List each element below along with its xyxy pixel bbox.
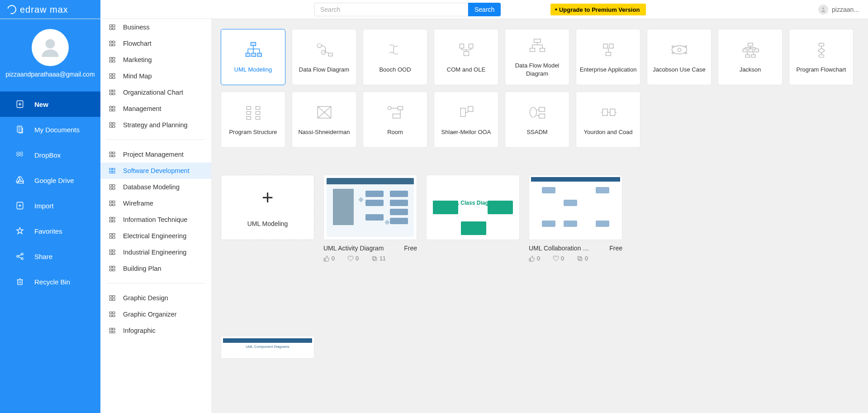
svg-rect-65 bbox=[109, 266, 112, 268]
tile-program-structure[interactable]: Program Structure bbox=[221, 91, 285, 148]
new-template-thumb[interactable]: +UML Modeling bbox=[221, 175, 314, 240]
svg-point-101 bbox=[672, 53, 674, 54]
tile-room[interactable]: Room bbox=[363, 91, 427, 148]
category-strategy-and-planning[interactable]: Strategy and Planning bbox=[100, 117, 211, 133]
template-thumb[interactable] bbox=[529, 175, 622, 240]
nav-label: Recycle Bin bbox=[34, 278, 70, 286]
template-thumb[interactable]: UML Class Diagram bbox=[426, 175, 520, 240]
tile-data-flow-diagram[interactable]: Data Flow Diagram bbox=[292, 29, 356, 85]
tile-data-flow-model-diagram[interactable]: Data Flow Model Diagram bbox=[505, 29, 569, 85]
category-wireframe[interactable]: Wireframe bbox=[100, 195, 211, 211]
tile-jacobson-use-case[interactable]: Jacobson Use Case bbox=[647, 29, 711, 85]
svg-rect-120 bbox=[393, 114, 400, 118]
svg-rect-89 bbox=[469, 44, 473, 48]
main-content: UML ModelingData Flow DiagramBooch OODCO… bbox=[212, 19, 868, 413]
category-electrical-engineering[interactable]: Electrical Engineering bbox=[100, 228, 211, 244]
category-project-management[interactable]: Project Management bbox=[100, 146, 211, 163]
tile-ssadm[interactable]: SSADM bbox=[505, 91, 569, 148]
category-business[interactable]: Business bbox=[100, 19, 211, 35]
svg-rect-24 bbox=[113, 77, 115, 79]
nav-recycle-bin[interactable]: Recycle Bin bbox=[0, 269, 100, 294]
svg-rect-44 bbox=[113, 172, 115, 173]
template-card-partial[interactable]: UML Component Diagrams bbox=[221, 336, 314, 363]
category-icon bbox=[108, 104, 117, 113]
tile-yourdon-and-coad[interactable]: Yourdon and Coad bbox=[576, 91, 640, 148]
svg-rect-35 bbox=[109, 126, 112, 128]
top-bar bbox=[0, 0, 868, 19]
category-label: Project Management bbox=[123, 151, 184, 158]
category-management[interactable]: Management bbox=[100, 101, 211, 117]
category-building-plan[interactable]: Building Plan bbox=[100, 260, 211, 277]
svg-rect-103 bbox=[748, 43, 753, 46]
svg-rect-54 bbox=[113, 217, 115, 219]
svg-rect-32 bbox=[113, 110, 115, 111]
svg-rect-34 bbox=[113, 123, 115, 125]
svg-rect-57 bbox=[109, 234, 112, 235]
svg-rect-52 bbox=[113, 204, 115, 206]
nav-my-documents[interactable]: My Documents bbox=[0, 117, 100, 142]
category-industrial-engineering[interactable]: Industrial Engineering bbox=[100, 244, 211, 260]
nav-favorites[interactable]: Favorites bbox=[0, 218, 100, 244]
tile-jackson[interactable]: Jackson bbox=[718, 29, 783, 85]
category-label: Infographic bbox=[123, 327, 156, 334]
tile-icon bbox=[669, 40, 690, 59]
category-mind-map[interactable]: Mind Map bbox=[100, 68, 211, 84]
category-infographic[interactable]: Infographic bbox=[100, 322, 211, 339]
tile-label: Program Structure bbox=[226, 128, 280, 136]
category-label: Strategy and Planning bbox=[123, 121, 188, 129]
category-graphic-organizer[interactable]: Graphic Organizer bbox=[100, 306, 211, 322]
category-database-modeling[interactable]: Database Modeling bbox=[100, 179, 211, 195]
svg-rect-130 bbox=[372, 256, 375, 259]
svg-rect-127 bbox=[610, 109, 615, 116]
template-thumb-icon bbox=[531, 177, 620, 238]
template-card-2[interactable]: UML Collaboration Di...Free 0 0 0 bbox=[529, 175, 622, 262]
category-label: Flowchart bbox=[123, 40, 152, 47]
category-icon bbox=[108, 293, 117, 303]
tile-label: UML Modeling bbox=[232, 66, 275, 74]
nav-share[interactable]: Share bbox=[0, 244, 100, 269]
nav-new[interactable]: New bbox=[0, 91, 100, 117]
nav-google-drive[interactable]: Google Drive bbox=[0, 168, 100, 193]
svg-rect-129 bbox=[374, 258, 377, 261]
tile-icon bbox=[242, 40, 264, 59]
template-new-card[interactable]: +UML Modeling bbox=[221, 175, 314, 262]
nav-label: Favorites bbox=[34, 227, 62, 235]
svg-rect-45 bbox=[109, 185, 112, 187]
tile-uml-modeling[interactable]: UML Modeling bbox=[221, 29, 285, 85]
category-information-technique[interactable]: Information Technique bbox=[100, 211, 211, 228]
category-marketing[interactable]: Marketing bbox=[100, 52, 211, 68]
tile-booch-ood[interactable]: Booch OOD bbox=[363, 29, 427, 85]
tile-enterprise-application[interactable]: Enterprise Application bbox=[576, 29, 640, 85]
category-graphic-design[interactable]: Graphic Design bbox=[100, 290, 211, 306]
tile-nassi-shneiderman[interactable]: Nassi-Shneiderman bbox=[292, 91, 356, 148]
thumbs-up-icon bbox=[323, 255, 330, 262]
svg-rect-128 bbox=[324, 258, 325, 261]
category-software-development[interactable]: Software Development bbox=[100, 163, 211, 179]
category-icon bbox=[108, 215, 117, 224]
tile-com-and-ole[interactable]: COM and OLE bbox=[434, 29, 498, 85]
template-card-1[interactable]: UML Class Diagram bbox=[426, 175, 520, 262]
tile-icon bbox=[455, 103, 477, 122]
template-card-0[interactable]: UML Activity DiagramFree 0 0 11 bbox=[323, 175, 417, 262]
tile-icon bbox=[455, 40, 477, 59]
template-thumb[interactable]: UML Component Diagrams bbox=[221, 336, 314, 359]
svg-rect-78 bbox=[113, 328, 115, 330]
category-organizational-chart[interactable]: Organizational Chart bbox=[100, 84, 211, 101]
tile-label: Yourdon and Coad bbox=[581, 128, 636, 136]
tile-program-flowchart[interactable]: Program Flowchart bbox=[789, 29, 854, 85]
svg-rect-9 bbox=[109, 25, 112, 27]
tile-label: Program Flowchart bbox=[794, 66, 849, 74]
copy-icon bbox=[371, 255, 378, 262]
nav-dropbox[interactable]: DropBox bbox=[0, 142, 100, 168]
svg-rect-37 bbox=[109, 152, 112, 154]
category-flowchart[interactable]: Flowchart bbox=[100, 35, 211, 52]
tile-shlaer-mellor-ooa[interactable]: Shlaer-Mellor OOA bbox=[434, 91, 498, 148]
svg-rect-53 bbox=[109, 217, 112, 219]
category-icon bbox=[108, 248, 117, 257]
tile-label: Nassi-Shneiderman bbox=[295, 128, 352, 136]
user-avatar[interactable] bbox=[32, 29, 69, 66]
svg-point-0 bbox=[46, 39, 55, 48]
dropbox-icon bbox=[15, 150, 24, 159]
template-thumb[interactable] bbox=[323, 175, 417, 240]
nav-import[interactable]: Import bbox=[0, 193, 100, 218]
